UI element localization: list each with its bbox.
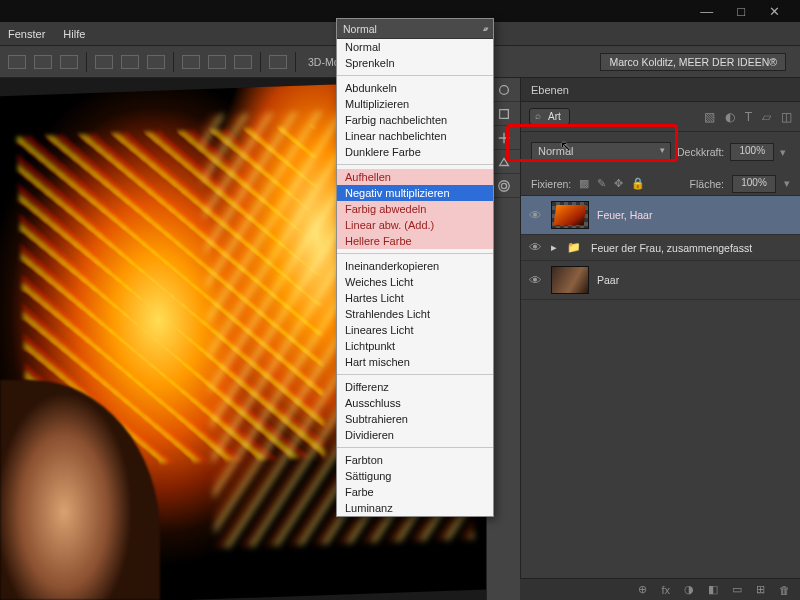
panel-footer-icon[interactable]: ◧: [708, 583, 718, 596]
distribute-icon[interactable]: [182, 55, 200, 69]
menu-fenster[interactable]: Fenster: [8, 28, 45, 40]
panels-area: Ebenen Art ▧ ◐ T ▱ ◫ Normal Deckkraft: 1…: [520, 78, 800, 600]
filter-kind-select[interactable]: Art: [529, 108, 570, 125]
filter-adjust-icon[interactable]: ◐: [725, 110, 735, 124]
distribute-icon[interactable]: [121, 55, 139, 69]
filter-smart-icon[interactable]: ◫: [781, 110, 792, 124]
panel-footer-icon[interactable]: 🗑: [779, 584, 790, 596]
align-icon[interactable]: [60, 55, 78, 69]
blend-mode-dropdown[interactable]: Normal NormalSprenkelnAbdunkelnMultipliz…: [336, 18, 494, 517]
panel-footer-icon[interactable]: ⊞: [756, 583, 765, 596]
layer-thumbnail[interactable]: [551, 266, 589, 294]
layer-thumbnail[interactable]: [551, 201, 589, 229]
layer-name[interactable]: Feuer der Frau, zusammengefasst: [591, 242, 752, 254]
layer-list: 👁Feuer, Haar👁▸📁Feuer der Frau, zusammeng…: [521, 196, 800, 300]
blend-option[interactable]: Farbig nachbelichten: [337, 112, 493, 128]
lock-label: Fixieren:: [531, 178, 571, 190]
panel-header-ebenen[interactable]: Ebenen: [521, 78, 800, 102]
align-icon[interactable]: [8, 55, 26, 69]
distribute-icon[interactable]: [208, 55, 226, 69]
separator: [260, 52, 261, 72]
lock-move-icon[interactable]: ✥: [614, 177, 623, 190]
distribute-icon[interactable]: [234, 55, 252, 69]
separator: [337, 75, 493, 76]
maximize-button[interactable]: □: [737, 4, 745, 19]
blend-option[interactable]: Linear nachbelichten: [337, 128, 493, 144]
blend-option[interactable]: Linear abw. (Add.): [337, 217, 493, 233]
svg-point-0: [499, 85, 508, 94]
distribute-icon[interactable]: [95, 55, 113, 69]
menu-hilfe[interactable]: Hilfe: [63, 28, 85, 40]
distribute-icon[interactable]: [147, 55, 165, 69]
visibility-eye-icon[interactable]: 👁: [529, 273, 543, 288]
opacity-value[interactable]: 100%: [730, 143, 774, 161]
layer-filter-row: Art ▧ ◐ T ▱ ◫: [521, 102, 800, 132]
blend-option[interactable]: Normal: [337, 39, 493, 55]
opacity-label: Deckkraft:: [677, 146, 724, 158]
chevron-right-icon[interactable]: ▸: [551, 241, 557, 254]
separator: [86, 52, 87, 72]
folder-icon: 📁: [567, 241, 581, 254]
blend-option[interactable]: Multiplizieren: [337, 96, 493, 112]
blend-option[interactable]: Hart mischen: [337, 354, 493, 370]
blend-option[interactable]: Weiches Licht: [337, 274, 493, 290]
svg-point-2: [501, 183, 506, 188]
svg-rect-1: [499, 109, 508, 118]
separator: [337, 447, 493, 448]
blend-option[interactable]: Sprenkeln: [337, 55, 493, 71]
chevron-down-icon[interactable]: ▾: [784, 177, 790, 190]
panel-footer-icon[interactable]: ◑: [684, 583, 694, 596]
dropdown-current[interactable]: Normal: [337, 19, 493, 39]
panel-footer-icon[interactable]: ⊕: [638, 583, 647, 596]
visibility-eye-icon[interactable]: 👁: [529, 208, 543, 223]
lock-all-icon[interactable]: 🔒: [631, 177, 645, 190]
filter-pixel-icon[interactable]: ▧: [704, 110, 715, 124]
separator: [337, 374, 493, 375]
visibility-eye-icon[interactable]: 👁: [529, 240, 543, 255]
layer-row[interactable]: 👁Feuer, Haar: [521, 196, 800, 235]
filter-type-icon[interactable]: T: [745, 110, 752, 124]
blend-option[interactable]: Strahlendes Licht: [337, 306, 493, 322]
lock-paint-icon[interactable]: ✎: [597, 177, 606, 190]
blend-option[interactable]: Ineinanderkopieren: [337, 258, 493, 274]
cursor-icon: ↖: [560, 138, 572, 154]
lock-row: Fixieren: ▩ ✎ ✥ 🔒 Fläche: 100% ▾: [521, 172, 800, 196]
blend-option[interactable]: Dunklere Farbe: [337, 144, 493, 160]
chevron-down-icon[interactable]: ▾: [780, 146, 786, 159]
panel-footer-icon[interactable]: ▭: [732, 583, 742, 596]
close-button[interactable]: ✕: [769, 4, 780, 19]
blend-option[interactable]: Farbton: [337, 452, 493, 468]
layer-row[interactable]: 👁▸📁Feuer der Frau, zusammengefasst: [521, 235, 800, 261]
lock-transparent-icon[interactable]: ▩: [579, 177, 589, 190]
blend-option[interactable]: Farbig abwedeln: [337, 201, 493, 217]
blend-option[interactable]: Luminanz: [337, 500, 493, 516]
distribute-icon[interactable]: [269, 55, 287, 69]
fill-value[interactable]: 100%: [732, 175, 776, 193]
blend-option[interactable]: Dividieren: [337, 427, 493, 443]
separator: [337, 253, 493, 254]
blend-option[interactable]: Differenz: [337, 379, 493, 395]
blend-option[interactable]: Negativ multiplizieren: [337, 185, 493, 201]
layer-name[interactable]: Paar: [597, 274, 619, 286]
blend-option[interactable]: Ausschluss: [337, 395, 493, 411]
align-icon[interactable]: [34, 55, 52, 69]
layer-row[interactable]: 👁Paar: [521, 261, 800, 300]
blend-option[interactable]: Lichtpunkt: [337, 338, 493, 354]
blend-option[interactable]: Aufhellen: [337, 169, 493, 185]
svg-point-3: [498, 180, 509, 191]
separator: [295, 52, 296, 72]
blend-option[interactable]: Lineares Licht: [337, 322, 493, 338]
blend-option[interactable]: Abdunkeln: [337, 80, 493, 96]
filter-shape-icon[interactable]: ▱: [762, 110, 771, 124]
blend-option[interactable]: Hellere Farbe: [337, 233, 493, 249]
blend-option[interactable]: Subtrahieren: [337, 411, 493, 427]
separator: [173, 52, 174, 72]
blend-option[interactable]: Farbe: [337, 484, 493, 500]
author-badge: Marco Kolditz, MEER DER IDEEN®: [600, 53, 786, 71]
layer-name[interactable]: Feuer, Haar: [597, 209, 652, 221]
minimize-button[interactable]: —: [700, 4, 713, 19]
blend-option[interactable]: Sättigung: [337, 468, 493, 484]
blend-option[interactable]: Hartes Licht: [337, 290, 493, 306]
panel-footer-icon[interactable]: fx: [661, 584, 670, 596]
blend-mode-select[interactable]: Normal: [531, 142, 671, 162]
